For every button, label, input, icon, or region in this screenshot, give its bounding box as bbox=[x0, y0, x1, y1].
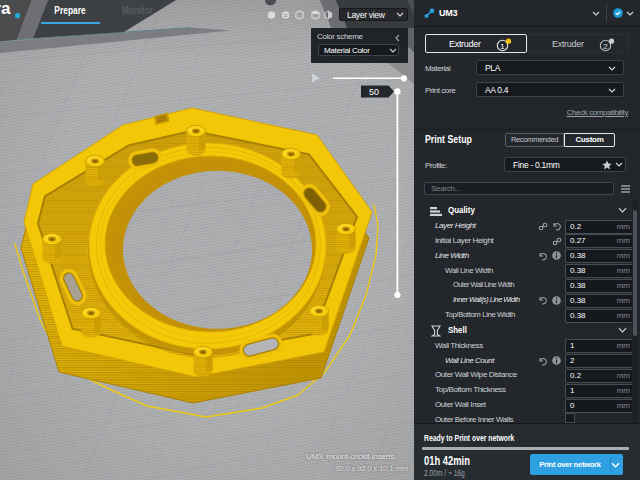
svg-text:50: 50 bbox=[369, 87, 379, 97]
svg-text:2: 2 bbox=[603, 42, 608, 51]
svg-text:1: 1 bbox=[500, 42, 505, 51]
